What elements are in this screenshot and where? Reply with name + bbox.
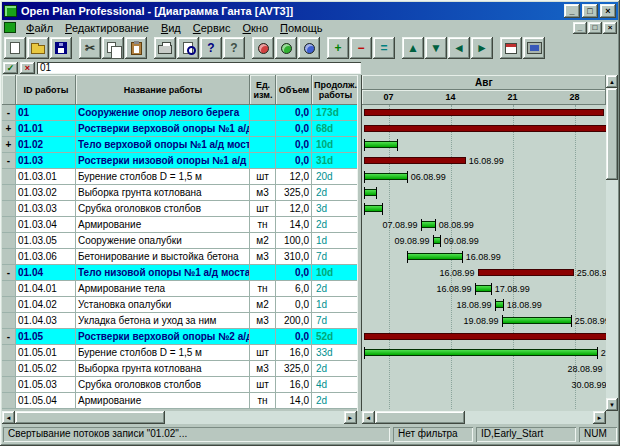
link-activities-button[interactable]: = <box>373 37 395 59</box>
cell-volume[interactable]: 0,0 <box>276 153 312 169</box>
cell-duration[interactable]: 1d <box>312 233 357 249</box>
table-row[interactable]: 01.05.01Бурение столбов D = 1,5 мшт16,03… <box>2 345 357 361</box>
cell-volume[interactable]: 12,0 <box>276 169 312 185</box>
summary-bar[interactable] <box>364 109 604 116</box>
task-bar[interactable] <box>364 141 398 148</box>
cell-volume[interactable]: 325,0 <box>276 361 312 377</box>
table-scroll-thumb[interactable] <box>15 411 165 424</box>
calendar-view-button[interactable] <box>500 37 522 59</box>
cell-activity-name[interactable]: Выборка грунта котлована <box>76 185 250 201</box>
cell-volume[interactable]: 6,0 <box>276 281 312 297</box>
cell-duration[interactable]: 2d <box>312 361 357 377</box>
confirm-edit-button[interactable]: ✓ <box>3 62 18 74</box>
scroll-left-icon[interactable]: ◄ <box>362 411 375 424</box>
cut-button[interactable]: ✂ <box>79 37 101 59</box>
task-bar[interactable] <box>364 189 377 196</box>
help-button[interactable]: ? <box>200 37 222 59</box>
table-row[interactable]: 01.03.04Армированиетн14,02d <box>2 217 357 233</box>
task-bar[interactable] <box>502 317 572 324</box>
cell-activity-name[interactable]: Армирование тела <box>76 281 250 297</box>
open-button[interactable] <box>27 37 49 59</box>
cell-duration[interactable]: 1d <box>312 297 357 313</box>
cell-activity-name[interactable]: Ростверки верховой опоры №1 а/д <box>76 121 250 137</box>
table-row[interactable]: +01.02Тело верховой опоры №1 а/д моста0,… <box>2 137 357 153</box>
collapse-icon[interactable]: - <box>2 153 16 169</box>
table-row[interactable]: 01.03.06Бетонирование и выстойка бетонам… <box>2 249 357 265</box>
summary-bar[interactable] <box>364 157 466 164</box>
print-button[interactable] <box>154 37 176 59</box>
cell-activity-id[interactable]: 01.03.03 <box>16 201 76 217</box>
collapse-icon[interactable]: - <box>2 105 16 121</box>
summary-bar[interactable] <box>364 125 606 132</box>
edit-input[interactable]: 01 <box>37 62 361 74</box>
cell-duration[interactable]: 7d <box>312 249 357 265</box>
scroll-right-icon[interactable]: ► <box>593 411 606 424</box>
cell-unit[interactable]: м3 <box>250 249 276 265</box>
cell-unit[interactable]: м3 <box>250 313 276 329</box>
scroll-up-icon[interactable]: ▲ <box>606 75 618 88</box>
cell-volume[interactable]: 200,0 <box>276 313 312 329</box>
table-horizontal-scrollbar[interactable]: ◄ ► <box>2 411 357 424</box>
cell-activity-name[interactable]: Бурение столбов D = 1,5 м <box>76 169 250 185</box>
gantt-horizontal-scrollbar[interactable]: ◄ ► <box>362 411 606 424</box>
cell-activity-id[interactable]: 01.05.03 <box>16 377 76 393</box>
table-row[interactable]: 01.03.05Сооружение опалубким2100,01d <box>2 233 357 249</box>
table-row[interactable]: -01.04Тело низовой опоры №1 а/д моста0,0… <box>2 265 357 281</box>
menu-item-3[interactable]: Вид <box>155 22 187 34</box>
context-help-button[interactable]: ? <box>223 37 245 59</box>
cell-duration[interactable]: 52d <box>312 329 357 345</box>
collapse-icon[interactable]: - <box>2 265 16 281</box>
cell-unit[interactable]: тн <box>250 281 276 297</box>
table-row[interactable]: 01.05.03Срубка оголовков столбовшт16,04d <box>2 377 357 393</box>
maximize-button[interactable]: □ <box>582 4 598 18</box>
cell-activity-id[interactable]: 01.03 <box>16 153 76 169</box>
cell-unit[interactable] <box>250 105 276 121</box>
save-button[interactable] <box>50 37 72 59</box>
table-row[interactable]: 01.03.03Срубка оголовков столбовшт12,03d <box>2 201 357 217</box>
task-bar[interactable] <box>364 205 383 212</box>
cell-activity-name[interactable]: Укладка бетона и уход за ним <box>76 313 250 329</box>
cell-duration[interactable]: 68d <box>312 121 357 137</box>
table-row[interactable]: 01.03.01Бурение столбов D = 1,5 мшт12,02… <box>2 169 357 185</box>
add-activity-button[interactable]: + <box>327 37 349 59</box>
mdi-close-button[interactable]: × <box>603 22 617 34</box>
network-view-button[interactable] <box>523 37 545 59</box>
table-row[interactable]: 01.05.02Выборка грунта котлованам3325,02… <box>2 361 357 377</box>
table-row[interactable]: 01.03.02Выборка грунта котлованам3325,02… <box>2 185 357 201</box>
mdi-minimize-button[interactable]: _ <box>573 22 587 34</box>
cell-duration[interactable]: 10d <box>312 265 357 281</box>
close-button[interactable]: × <box>600 4 616 18</box>
table-row[interactable]: -01.03Ростверки низовой опоры №1 а/д м0,… <box>2 153 357 169</box>
cell-activity-name[interactable]: Установка опалубки <box>76 297 250 313</box>
cell-activity-name[interactable]: Тело низовой опоры №1 а/д моста <box>76 265 250 281</box>
cell-activity-name[interactable]: Срубка оголовков столбов <box>76 201 250 217</box>
table-row[interactable]: 01.04.03Укладка бетона и уход за нимм320… <box>2 313 357 329</box>
cell-volume[interactable]: 325,0 <box>276 185 312 201</box>
table-row[interactable]: -01.05Ростверки верховой опоры №2 а/д0,0… <box>2 329 357 345</box>
cell-duration[interactable]: 2d <box>312 281 357 297</box>
minimize-button[interactable]: _ <box>564 4 580 18</box>
vertical-scrollbar[interactable]: ▲ ▼ <box>606 75 618 411</box>
cell-duration[interactable]: 173d <box>312 105 357 121</box>
cell-activity-id[interactable]: 01.02 <box>16 137 76 153</box>
vertical-scroll-thumb[interactable] <box>606 88 618 180</box>
mdi-restore-button[interactable]: □ <box>588 22 602 34</box>
cell-volume[interactable]: 12,0 <box>276 201 312 217</box>
move-down-button[interactable]: ▼ <box>425 37 447 59</box>
cell-duration[interactable]: 2d <box>312 393 357 409</box>
cell-volume[interactable]: 0,0 <box>276 297 312 313</box>
cell-activity-id[interactable]: 01.05.01 <box>16 345 76 361</box>
app-icon[interactable] <box>4 5 17 17</box>
scroll-down-icon[interactable]: ▼ <box>606 398 618 411</box>
cell-volume[interactable]: 0,0 <box>276 137 312 153</box>
cell-volume[interactable]: 0,0 <box>276 121 312 137</box>
cell-activity-name[interactable]: Ростверки низовой опоры №1 а/д м <box>76 153 250 169</box>
menu-item-2[interactable]: Редактирование <box>59 22 155 34</box>
column-header-volume[interactable]: Объем <box>276 75 312 105</box>
cell-unit[interactable]: м2 <box>250 233 276 249</box>
cell-unit[interactable]: тн <box>250 217 276 233</box>
cell-activity-id[interactable]: 01.04.01 <box>16 281 76 297</box>
task-bar[interactable] <box>364 349 598 356</box>
cell-volume[interactable]: 16,0 <box>276 377 312 393</box>
table-row[interactable]: 01.04.02Установка опалубким20,01d <box>2 297 357 313</box>
